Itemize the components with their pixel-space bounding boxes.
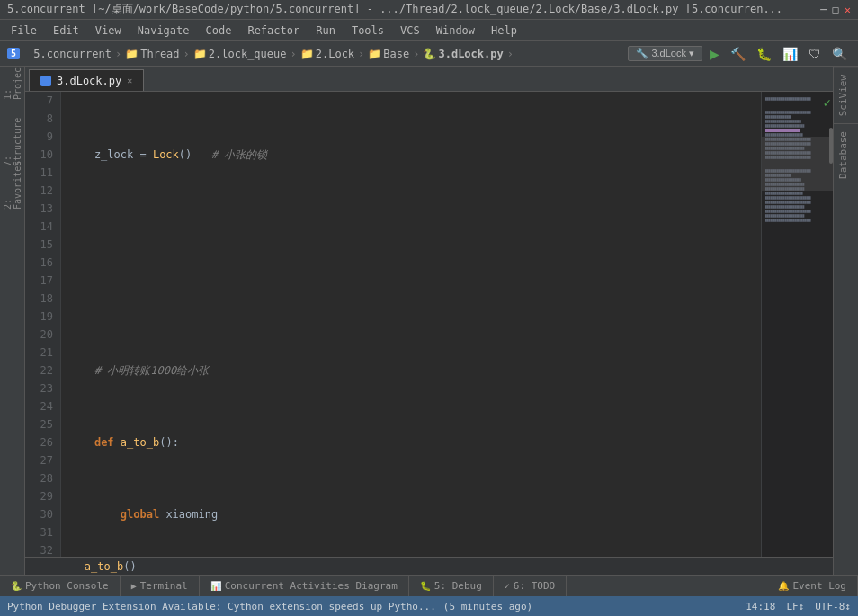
code-line-9 xyxy=(68,290,754,308)
concurrent-label: Concurrent Activities Diagram xyxy=(225,580,398,592)
line-num-25: 25 xyxy=(29,415,53,433)
menu-tools[interactable]: Tools xyxy=(344,22,391,39)
breadcrumb-base[interactable]: Base xyxy=(383,48,409,60)
code-line-7: z_lock = Lock() # 小张的锁 xyxy=(68,146,754,164)
breadcrumb-lock[interactable]: 2.Lock xyxy=(316,48,354,60)
structure-icon-panel[interactable]: 7: Structure xyxy=(2,131,23,153)
code-line-11: def a_to_b(): xyxy=(68,433,754,451)
bottom-tab-todo[interactable]: ✓ 6: TODO xyxy=(494,576,567,596)
editor-area: 3.dLock.py ✕ 7 8 9 10 ▼11 12 13 14 15 ▼1… xyxy=(25,67,833,575)
coverage-btn[interactable]: 🛡 xyxy=(805,45,825,63)
code-line-8 xyxy=(68,218,754,236)
bottom-panel: 🐍 Python Console ▶ Terminal 📊 Concurrent… xyxy=(0,575,858,596)
menu-refactor[interactable]: Refactor xyxy=(240,22,307,39)
minimap-highlight xyxy=(762,137,833,191)
menu-help[interactable]: Help xyxy=(484,22,524,39)
eventlog-label: Event Log xyxy=(792,580,846,592)
structure-dropdown-btn[interactable]: 🔧 3.dLock ▾ xyxy=(628,46,702,61)
bottom-code-line: a_to_b() xyxy=(25,557,833,575)
breadcrumb-concurrent[interactable]: 5.concurrent xyxy=(33,48,112,60)
vtab-sciview[interactable]: SciView xyxy=(834,67,858,123)
close-btn[interactable]: ✕ xyxy=(845,4,851,16)
status-line-ending: LF↕ xyxy=(786,601,804,612)
minimize-btn[interactable]: ─ xyxy=(820,4,827,16)
menu-code[interactable]: Code xyxy=(199,22,239,39)
breadcrumb-bar: 5 5.concurrent › 📁 Thread › 📁 2.lock_que… xyxy=(0,41,858,67)
line-num-11: ▼11 xyxy=(29,164,53,182)
line-num-13: 13 xyxy=(29,200,53,218)
left-panel: 1: Project 7: Structure 2: Favorites xyxy=(0,67,25,575)
line-num-27: 27 xyxy=(29,451,53,469)
line-num-18: 18 xyxy=(29,290,53,308)
favorites-icon[interactable]: 2: Favorites xyxy=(2,174,23,196)
tab-filename: 3.dLock.py xyxy=(57,75,121,87)
line-num-15: 15 xyxy=(29,236,53,254)
breadcrumb: 5 5.concurrent › 📁 Thread › 📁 2.lock_que… xyxy=(7,48,515,60)
code-content[interactable]: z_lock = Lock() # 小张的锁 # 小明转账1000给小张 def… xyxy=(61,92,761,557)
python-console-label: Python Console xyxy=(25,580,109,592)
debug-label: 5: Debug xyxy=(434,580,482,592)
status-bar: Python Debugger Extension Available: Cyt… xyxy=(0,596,858,616)
maximize-btn[interactable]: □ xyxy=(833,4,839,16)
minimap-scrollbar[interactable] xyxy=(829,128,833,164)
line-num-14: 14 xyxy=(29,218,53,236)
tab-close-btn[interactable]: ✕ xyxy=(127,76,132,85)
editor-tab-dlock[interactable]: 3.dLock.py ✕ xyxy=(29,69,144,91)
line-num-32: 32 xyxy=(29,541,53,557)
menu-window[interactable]: Window xyxy=(429,22,482,39)
breadcrumb-folder-icon: 📁 xyxy=(125,48,139,60)
menu-run[interactable]: Run xyxy=(308,22,343,39)
line-num-24: ▼24 xyxy=(29,397,53,415)
profile-btn[interactable]: 📊 xyxy=(779,45,801,63)
breadcrumb-lock-queue[interactable]: 2.lock_queue xyxy=(209,48,287,60)
line-num-23: 23 xyxy=(29,379,53,397)
menu-view[interactable]: View xyxy=(88,22,129,39)
line-num-8: 8 xyxy=(29,110,53,128)
bottom-tab-eventlog[interactable]: 🔔 Event Log xyxy=(767,576,858,596)
breadcrumb-folder-icon4: 📁 xyxy=(368,48,381,60)
bottom-tab-python-console[interactable]: 🐍 Python Console xyxy=(0,576,121,596)
search-btn[interactable]: 🔍 xyxy=(828,45,851,63)
breadcrumb-folder-icon2: 📁 xyxy=(193,48,207,60)
structure-icon: 🔧 xyxy=(636,48,648,59)
run-btn[interactable]: ▶ xyxy=(706,45,723,63)
line-numbers: 7 8 9 10 ▼11 12 13 14 15 ▼16 17 18 19 20… xyxy=(25,92,61,557)
terminal-label: Terminal xyxy=(140,580,188,592)
breadcrumb-file[interactable]: 3.dLock.py xyxy=(438,48,503,60)
bottom-tab-concurrent[interactable]: 📊 Concurrent Activities Diagram xyxy=(200,576,409,596)
code-line-12: global xiaoming xyxy=(68,505,754,523)
bottom-tab-debug[interactable]: 🐛 5: Debug xyxy=(409,576,494,596)
todo-icon: ✓ xyxy=(505,581,510,591)
menu-bar: File Edit View Navigate Code Refactor Ru… xyxy=(0,20,858,41)
vtab-database[interactable]: Database xyxy=(834,123,858,186)
line-num-30: 30 xyxy=(29,505,53,523)
code-editor[interactable]: 7 8 9 10 ▼11 12 13 14 15 ▼16 17 18 19 20… xyxy=(25,92,833,557)
status-encoding: UTF-8↕ xyxy=(815,601,851,612)
menu-edit[interactable]: Edit xyxy=(46,22,86,39)
right-toolbar: 🔧 3.dLock ▾ ▶ 🔨 🐛 📊 🛡 🔍 xyxy=(628,45,851,63)
bottom-tab-terminal[interactable]: ▶ Terminal xyxy=(121,576,200,596)
title-text: 5.concurrent [~/桌面/work/BaseCode/python/… xyxy=(7,2,782,17)
breadcrumb-thread[interactable]: Thread xyxy=(140,48,179,60)
line-num-10: 10 xyxy=(29,146,53,164)
code-line-10: # 小明转账1000给小张 xyxy=(68,362,754,379)
concurrent-icon: 📊 xyxy=(210,581,221,591)
python-file-icon xyxy=(40,76,51,86)
debug-icon: 🐛 xyxy=(420,581,431,591)
line-num-21: 21 xyxy=(29,344,53,362)
line-num-26: 26 xyxy=(29,433,53,451)
menu-navigate[interactable]: Navigate xyxy=(130,22,197,39)
build-btn[interactable]: 🔨 xyxy=(727,45,749,63)
status-line-col: 14:18 xyxy=(746,601,775,612)
project-icon[interactable]: 1: Project xyxy=(2,70,23,92)
status-message: Python Debugger Extension Available: Cyt… xyxy=(7,601,436,612)
minimap: ████████████████████████████ ███████████… xyxy=(761,92,833,557)
breadcrumb-folder-icon3: 📁 xyxy=(300,48,314,60)
debug-btn[interactable]: 🐛 xyxy=(753,45,775,63)
menu-file[interactable]: File xyxy=(4,22,44,39)
right-panel: SciView Database xyxy=(833,67,858,575)
menu-vcs[interactable]: VCS xyxy=(393,22,427,39)
status-time: (5 minutes ago) xyxy=(443,601,532,612)
eventlog-icon: 🔔 xyxy=(778,581,789,591)
line-num-31: 31 xyxy=(29,523,53,541)
